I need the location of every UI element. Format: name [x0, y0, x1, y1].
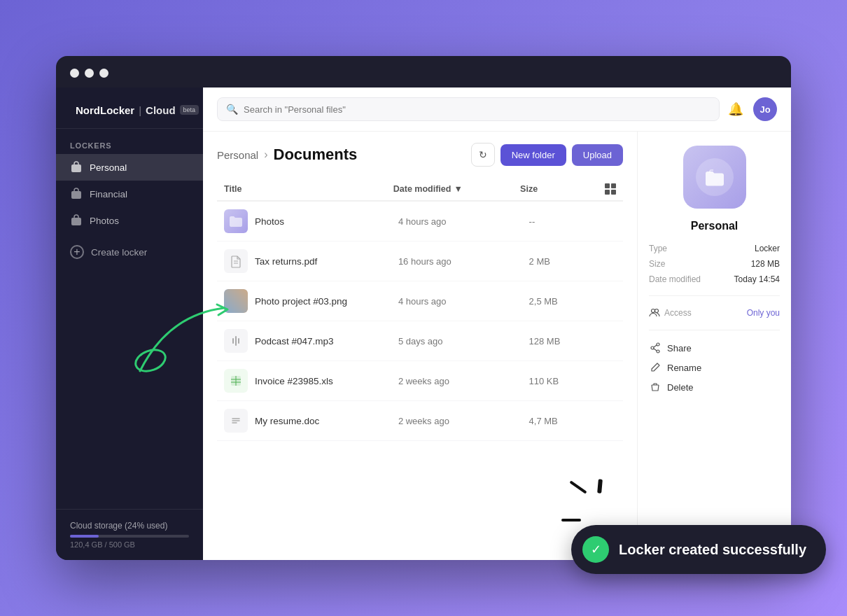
detail-date-row: Date modified Today 14:54 [649, 274, 780, 284]
logo-name: NordLocker [76, 104, 134, 116]
detail-actions: Share Rename [649, 342, 780, 393]
rename-action[interactable]: Rename [649, 361, 780, 374]
refresh-button[interactable]: ↻ [471, 143, 495, 167]
rename-label: Rename [667, 363, 701, 373]
create-locker-button[interactable]: + Create locker [56, 238, 203, 266]
sidebar-section-title: Lockers [56, 129, 203, 154]
folder-icon-svg [696, 158, 734, 196]
table-row[interactable]: Invoice #23985.xls 2 weeks ago 110 KB [217, 361, 623, 401]
col-date-modified[interactable]: Date modified ▼ [393, 184, 520, 194]
file-date: 2 weeks ago [398, 376, 529, 386]
sidebar-personal-label: Personal [90, 162, 127, 173]
file-date: 4 hours ago [398, 296, 529, 307]
notification-bell-icon[interactable]: 🔔 [728, 102, 743, 117]
main-layout: NordLocker | Cloud beta Lockers Personal [56, 88, 791, 560]
window-dot-2[interactable] [85, 69, 94, 78]
toast-notification: ✓ Locker created successfully [571, 525, 826, 574]
file-date: 4 hours ago [398, 216, 529, 227]
breadcrumb-actions: ↻ New folder Upload [471, 143, 623, 167]
storage-label: Cloud storage (24% used) [70, 521, 189, 531]
logo: NordLocker | Cloud beta [56, 88, 203, 129]
img-thumb [224, 289, 248, 313]
logo-text: NordLocker | Cloud beta [76, 104, 199, 116]
file-size: 128 MB [529, 336, 616, 346]
table-row[interactable]: Photo project #03.png 4 hours ago 2,5 MB [217, 281, 623, 321]
table-row[interactable]: My resume.doc 2 weeks ago 4,7 MB [217, 401, 623, 441]
type-key: Type [649, 244, 667, 253]
top-bar: 🔍 🔔 Jo [203, 88, 791, 132]
file-name: Photo project #03.png [255, 296, 347, 307]
file-date: 2 weeks ago [398, 416, 529, 426]
search-box[interactable]: 🔍 [217, 97, 720, 121]
file-date: 5 days ago [398, 336, 529, 346]
detail-access-row: Access Only you [649, 307, 780, 318]
search-input[interactable] [244, 104, 710, 115]
breadcrumb-parent[interactable]: Personal [217, 149, 258, 161]
sort-icon: ▼ [454, 184, 462, 194]
type-value: Locker [755, 244, 780, 253]
sidebar-item-photos[interactable]: Photos [56, 207, 203, 234]
rename-icon [649, 361, 662, 374]
sidebar-item-financial[interactable]: Financial [56, 181, 203, 207]
detail-size-row: Size 128 MB [649, 259, 780, 269]
svg-point-19 [657, 343, 659, 346]
col-title: Title [224, 184, 393, 194]
file-name: Invoice #23985.xls [255, 376, 333, 386]
sidebar-photos-label: Photos [90, 216, 119, 226]
sidebar: NordLocker | Cloud beta Lockers Personal [56, 88, 203, 560]
file-name: Tax returns.pdf [255, 256, 317, 267]
window-dot-1[interactable] [70, 69, 79, 78]
col-view-toggle[interactable] [605, 183, 616, 195]
svg-line-22 [654, 345, 657, 347]
sidebar-item-personal[interactable]: Personal [56, 154, 203, 181]
date-key: Date modified [649, 274, 701, 284]
file-list: Personal › Documents ↻ New folder Upload… [203, 132, 637, 560]
storage-bar-background [70, 535, 189, 538]
access-value[interactable]: Only you [747, 308, 780, 318]
delete-icon [649, 381, 662, 393]
table-row[interactable]: Tax returns.pdf 16 hours ago 2 MB [217, 241, 623, 281]
file-name: My resume.doc [255, 416, 319, 426]
create-locker-label: Create locker [91, 247, 147, 258]
delete-label: Delete [667, 382, 694, 393]
breadcrumb: Personal › Documents ↻ New folder Upload [217, 143, 623, 167]
sidebar-financial-label: Financial [90, 189, 127, 200]
title-bar [56, 56, 791, 88]
size-key: Size [649, 259, 665, 269]
share-icon [649, 342, 662, 354]
svg-rect-1 [71, 164, 81, 172]
access-icon [649, 307, 660, 318]
mp3-thumb [224, 329, 248, 353]
upload-button[interactable]: Upload [572, 144, 623, 166]
file-size: 2,5 MB [529, 296, 616, 307]
svg-line-23 [654, 349, 657, 351]
photos-locker-icon [70, 214, 83, 227]
svg-point-17 [652, 309, 655, 313]
detail-type-row: Type Locker [649, 244, 780, 253]
pdf-thumb [224, 249, 248, 273]
table-row[interactable]: Podcast #047.mp3 5 days ago 128 MB [217, 321, 623, 361]
financial-locker-icon [70, 188, 83, 200]
detail-panel-title: Personal [649, 220, 780, 232]
content-area: 🔍 🔔 Jo Personal › Documents [203, 88, 791, 560]
storage-bar-fill [70, 535, 99, 538]
file-browser: Personal › Documents ↻ New folder Upload… [203, 132, 791, 560]
access-key: Access [664, 308, 692, 318]
detail-panel: Personal Type Locker Size 128 MB Date mo… [637, 132, 791, 560]
delete-action[interactable]: Delete [649, 381, 780, 393]
file-name: Podcast #047.mp3 [255, 336, 334, 346]
svg-point-20 [657, 350, 659, 353]
file-size: -- [529, 216, 616, 227]
table-row[interactable]: Photos 4 hours ago -- [217, 202, 623, 241]
user-avatar[interactable]: Jo [753, 97, 777, 121]
svg-point-18 [655, 309, 659, 313]
window-dot-3[interactable] [99, 69, 108, 78]
new-folder-button[interactable]: New folder [500, 144, 566, 166]
toast-message: Locker created successfully [619, 542, 806, 558]
share-action[interactable]: Share [649, 342, 780, 354]
file-size: 2 MB [529, 256, 616, 267]
size-value: 128 MB [751, 259, 780, 269]
svg-point-21 [651, 346, 654, 349]
detail-folder-icon [683, 146, 746, 209]
col-date-label: Date modified [393, 184, 451, 194]
